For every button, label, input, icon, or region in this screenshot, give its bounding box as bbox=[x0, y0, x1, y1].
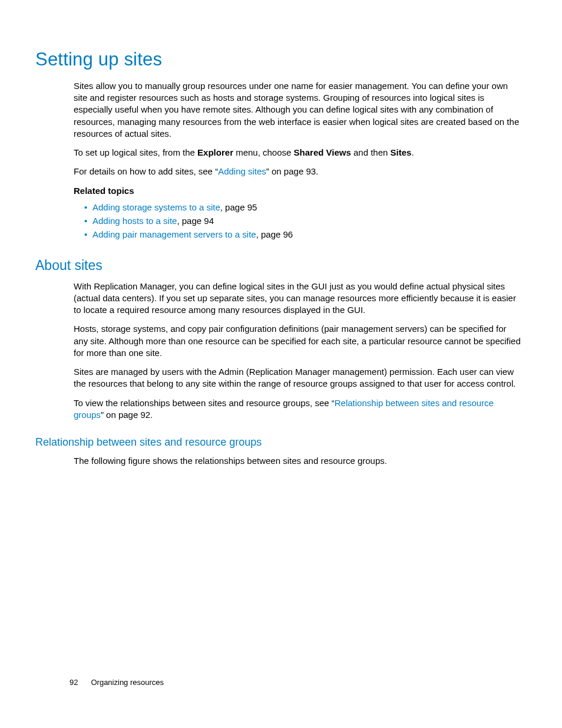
list-item: Adding storage systems to a site, page 9… bbox=[84, 202, 521, 213]
paragraph: For details on how to add sites, see “Ad… bbox=[74, 166, 521, 177]
heading-relationship: Relationship between sites and resource … bbox=[35, 435, 521, 449]
list-item: Adding hosts to a site, page 94 bbox=[84, 215, 521, 227]
heading-about-sites: About sites bbox=[35, 256, 521, 275]
footer-title: Organizing resources bbox=[91, 678, 164, 687]
paragraph: Hosts, storage systems, and copy pair co… bbox=[74, 323, 521, 359]
link-adding-pair-mgmt-servers[interactable]: Adding pair management servers to a site bbox=[92, 229, 256, 239]
text: menu, choose bbox=[233, 147, 294, 157]
section-setting-up-sites-body: Sites allow you to manually group resour… bbox=[74, 80, 521, 241]
related-topics-heading: Related topics bbox=[74, 185, 521, 197]
page-footer: 92Organizing resources bbox=[70, 677, 164, 688]
text: ” on page 93. bbox=[266, 166, 318, 176]
section-relationship-body: The following figure shows the relations… bbox=[74, 455, 521, 467]
paragraph: Sites are managed by users with the Admi… bbox=[74, 366, 521, 390]
menu-name-shared-views: Shared Views bbox=[294, 147, 351, 157]
paragraph: To view the relationships between sites … bbox=[74, 397, 521, 421]
menu-name-sites: Sites bbox=[391, 147, 412, 157]
link-adding-sites[interactable]: Adding sites bbox=[218, 166, 266, 176]
paragraph: With Replication Manager, you can define… bbox=[74, 281, 521, 317]
text: To view the relationships between sites … bbox=[74, 398, 335, 408]
text: For details on how to add sites, see “ bbox=[74, 166, 218, 176]
text: , page 96 bbox=[256, 229, 293, 239]
text: , page 94 bbox=[177, 216, 214, 226]
link-adding-hosts[interactable]: Adding hosts to a site bbox=[92, 216, 177, 226]
link-adding-storage-systems[interactable]: Adding storage systems to a site bbox=[92, 202, 220, 212]
paragraph: The following figure shows the relations… bbox=[74, 455, 521, 467]
paragraph: To set up logical sites, from the Explor… bbox=[74, 147, 521, 159]
related-topics-list: Adding storage systems to a site, page 9… bbox=[74, 202, 521, 241]
page-number: 92 bbox=[70, 678, 78, 687]
text: , page 95 bbox=[220, 202, 257, 212]
text: ” on page 92. bbox=[101, 410, 153, 420]
menu-name-explorer: Explorer bbox=[197, 147, 233, 157]
heading-setting-up-sites: Setting up sites bbox=[35, 47, 521, 72]
text: . bbox=[411, 147, 414, 157]
page: Setting up sites Sites allow you to manu… bbox=[0, 0, 562, 728]
section-about-sites-body: With Replication Manager, you can define… bbox=[74, 281, 521, 421]
text: and then bbox=[351, 147, 391, 157]
paragraph: Sites allow you to manually group resour… bbox=[74, 80, 521, 140]
text: To set up logical sites, from the bbox=[74, 147, 197, 157]
list-item: Adding pair management servers to a site… bbox=[84, 229, 521, 241]
